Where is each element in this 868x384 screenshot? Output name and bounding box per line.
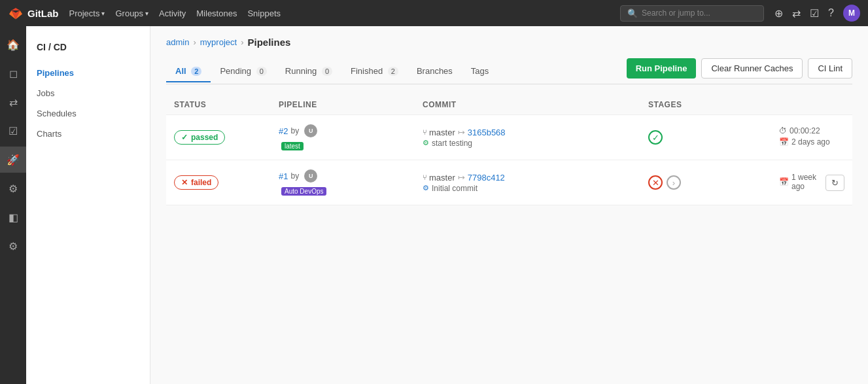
stages-cell-2: ✕ › — [648, 175, 779, 190]
nav-activity[interactable]: Activity — [159, 9, 186, 18]
table-row: ✓ passed #2 by U latest ⑂ — [166, 115, 852, 160]
meta-cell-1: ⏱ 00:00:22 📅 2 days ago — [779, 126, 844, 148]
pipeline-id-link-2[interactable]: #1 — [279, 171, 288, 181]
nav-projects[interactable]: Projects ▾ — [69, 9, 105, 18]
merge-request-icon[interactable]: ⇄ — [792, 7, 801, 20]
pipeline-tag-autodevops: Auto DevOps — [281, 187, 326, 196]
nav-milestones[interactable]: Milestones — [196, 9, 237, 18]
pipeline-cell-2: #1 by U Auto DevOps — [279, 169, 423, 196]
sidebar-mr[interactable]: ⇄ — [0, 89, 26, 115]
main-content: admin › myproject › Pipelines All 2 Pend… — [150, 26, 868, 384]
pipeline-tabs: All 2 Pending 0 Running 0 Finished 2 Bra… — [166, 61, 627, 82]
duration-1: 00:00:22 — [790, 126, 820, 135]
sidebar-cicd[interactable]: 🚀 — [0, 147, 26, 173]
time-ago-2: 1 week ago — [791, 173, 820, 191]
sidebar-item-charts[interactable]: Charts — [26, 124, 150, 144]
status-badge-passed: ✓ passed — [174, 130, 225, 145]
branch-ref-2: ⑂ master — [423, 173, 455, 183]
pipeline-avatar-1: U — [304, 124, 317, 137]
breadcrumb-current: Pipelines — [247, 37, 290, 48]
commit-spinner-2: ⚙ — [423, 184, 429, 192]
commit-cell-2: ⑂ master ↦ 7798c412 ⚙ Initial commit — [423, 173, 648, 193]
tab-running[interactable]: Running 0 — [276, 61, 341, 82]
commit-hash-link-1[interactable]: 3165b568 — [468, 128, 506, 137]
meta-cell-2: 📅 1 week ago ↻ — [779, 173, 844, 193]
col-pipeline: Pipeline — [279, 100, 423, 109]
tab-all[interactable]: All 2 — [166, 61, 211, 82]
commit-message-1: start testing — [432, 139, 472, 148]
gitlab-wordmark: GitLab — [27, 8, 59, 19]
plus-icon[interactable]: ⊕ — [774, 7, 783, 20]
secondary-sidebar-title: CI / CD — [26, 37, 150, 63]
nav-snippets[interactable]: Snippets — [247, 9, 281, 18]
stage-icon-failed-2[interactable]: ✕ — [648, 175, 663, 190]
breadcrumb-admin[interactable]: admin — [166, 37, 189, 47]
col-commit: Commit — [423, 100, 648, 109]
pipeline-by-1: by — [290, 126, 299, 135]
retry-button[interactable]: ↻ — [825, 175, 844, 191]
nav-groups[interactable]: Groups ▾ — [115, 9, 148, 18]
icon-sidebar: 🏠 ◻ ⇄ ☑ 🚀 ⚙ ◧ ⚙ — [0, 26, 26, 384]
breadcrumb-project[interactable]: myproject — [200, 37, 237, 47]
branch-icon-1: ⑂ — [423, 128, 427, 136]
pipeline-by-2: by — [290, 171, 299, 181]
groups-chevron-icon: ▾ — [145, 10, 148, 17]
run-pipeline-button[interactable]: Run Pipeline — [627, 58, 697, 79]
search-icon: 🔍 — [627, 9, 638, 18]
search-placeholder: Search or jump to... — [642, 9, 710, 18]
commit-hash-link-2[interactable]: 7798c412 — [468, 173, 505, 183]
tab-branches[interactable]: Branches — [408, 61, 462, 82]
branch-ref-1: ⑂ master — [423, 128, 455, 137]
sidebar-todo[interactable]: ☑ — [0, 118, 26, 144]
commit-arrow-1: ↦ — [458, 128, 465, 137]
tab-tags[interactable]: Tags — [462, 61, 498, 82]
commit-message-2: Initial commit — [432, 184, 477, 193]
pipeline-cell-1: #2 by U latest — [279, 124, 423, 150]
search-box[interactable]: 🔍 Search or jump to... — [620, 5, 764, 22]
status-cell-2: ✕ failed — [174, 175, 279, 190]
passed-check-icon: ✓ — [181, 133, 188, 142]
pipeline-avatar-2: U — [304, 169, 317, 183]
breadcrumb-sep-2: › — [241, 37, 243, 47]
top-nav: GitLab Projects ▾ Groups ▾ Activity Mile… — [0, 0, 868, 26]
sidebar-item-schedules[interactable]: Schedules — [26, 103, 150, 124]
todo-icon[interactable]: ☑ — [810, 7, 819, 20]
stage-icon-skipped-2[interactable]: › — [667, 175, 681, 190]
sidebar-home[interactable]: 🏠 — [0, 31, 26, 58]
calendar-icon-2: 📅 — [779, 177, 789, 186]
tab-finished-badge: 2 — [388, 67, 398, 76]
tab-pending[interactable]: Pending 0 — [211, 61, 275, 82]
pipeline-id-link-1[interactable]: #2 — [279, 126, 288, 136]
tab-finished[interactable]: Finished 2 — [341, 61, 408, 82]
tab-actions: Run Pipeline Clear Runner Caches CI Lint — [627, 58, 852, 84]
sidebar-operations[interactable]: ⚙ — [0, 175, 26, 201]
col-actions — [779, 100, 844, 109]
status-badge-failed: ✕ failed — [174, 175, 218, 190]
table-header: Status Pipeline Commit Stages — [166, 95, 852, 115]
clear-runner-caches-button[interactable]: Clear Runner Caches — [701, 58, 803, 79]
page-layout: 🏠 ◻ ⇄ ☑ 🚀 ⚙ ◧ ⚙ CI / CD Pipelines Jobs S… — [0, 26, 868, 384]
sidebar-snippets[interactable]: ◧ — [0, 204, 26, 230]
tab-pending-badge: 0 — [256, 67, 267, 76]
help-icon[interactable]: ? — [828, 7, 834, 19]
ci-lint-button[interactable]: CI Lint — [808, 58, 852, 79]
col-status: Status — [174, 100, 279, 109]
sidebar-settings[interactable]: ⚙ — [0, 233, 26, 259]
breadcrumb: admin › myproject › Pipelines — [166, 37, 852, 48]
time-ago-1: 2 days ago — [791, 137, 830, 147]
pipeline-tag-latest: latest — [281, 142, 304, 150]
stage-icon-passed-1[interactable]: ✓ — [648, 130, 663, 145]
commit-arrow-2: ↦ — [458, 173, 465, 183]
stages-cell-1: ✓ — [648, 130, 779, 145]
branch-icon-2: ⑂ — [423, 173, 427, 181]
sidebar-item-pipelines[interactable]: Pipelines — [26, 63, 150, 83]
tab-all-badge: 2 — [191, 67, 201, 76]
commit-spinner-1: ⚙ — [423, 139, 429, 147]
sidebar-issues[interactable]: ◻ — [0, 60, 26, 86]
tab-running-badge: 0 — [322, 67, 332, 76]
failed-x-icon: ✕ — [181, 178, 188, 187]
sidebar-item-jobs[interactable]: Jobs — [26, 83, 150, 103]
commit-cell-1: ⑂ master ↦ 3165b568 ⚙ start testing — [423, 128, 648, 148]
gitlab-logo[interactable]: GitLab — [8, 5, 59, 21]
user-avatar[interactable]: M — [843, 5, 860, 22]
